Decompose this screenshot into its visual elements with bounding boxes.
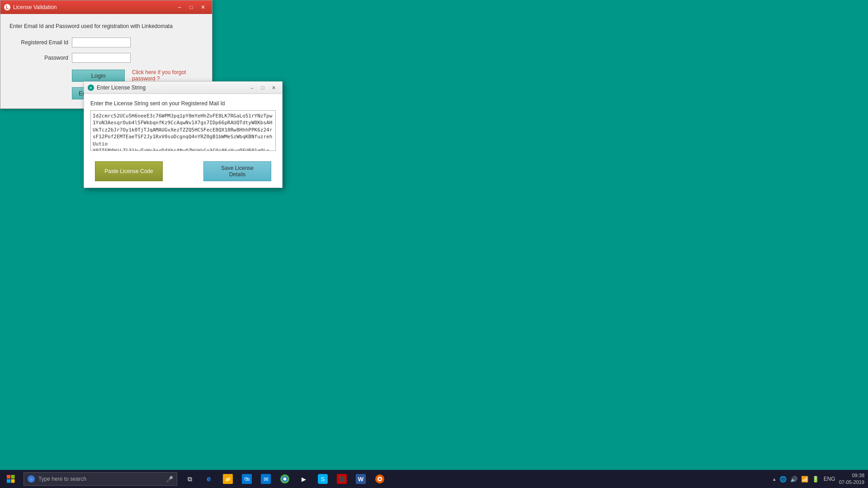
start-button[interactable]	[0, 470, 22, 488]
dialog-icon: e	[88, 84, 94, 91]
battery-icon[interactable]: 🔋	[811, 474, 820, 483]
password-row: Password	[9, 53, 203, 63]
password-input[interactable]	[72, 53, 131, 63]
license-textarea[interactable]: Id2cmrc52UCu5H6neeE3c76WPMJpq1pY0mYeHhZo…	[90, 110, 276, 151]
svg-point-9	[379, 478, 381, 480]
minimize-button[interactable]: –	[174, 3, 185, 11]
email-input[interactable]	[72, 38, 131, 47]
microphone-icon: 🎤	[166, 476, 173, 483]
wifi-icon[interactable]: 📶	[800, 474, 809, 483]
app-icon: L	[4, 4, 10, 10]
email-row: Registered Email Id	[9, 38, 203, 47]
dialog-minimize-button[interactable]: –	[247, 84, 257, 91]
clock-time: 09:38	[839, 472, 864, 479]
dialog-restore-button[interactable]: □	[258, 84, 268, 91]
svg-rect-2	[7, 479, 10, 483]
close-button[interactable]: ✕	[198, 3, 208, 11]
skype-app[interactable]: S	[314, 470, 332, 488]
dialog-title: Enter License String	[97, 84, 146, 91]
email-label: Registered Email Id	[9, 39, 68, 46]
language-indicator: ENG	[824, 476, 835, 482]
store-app[interactable]: 🛍	[238, 470, 256, 488]
taskbar-apps: ⧉ e 📁 🛍 ✉ ▶ S	[181, 470, 389, 488]
tray-icons: ▲ 🌐 🔊 📶 🔋	[772, 474, 820, 483]
login-button[interactable]: Login	[72, 70, 125, 82]
taskbar-right: ▲ 🌐 🔊 📶 🔋 ENG 09:38 07-05-2019	[772, 472, 868, 486]
browser2-app[interactable]	[371, 470, 389, 488]
dialog-description: Enter the License String sent on your Re…	[90, 100, 276, 107]
media-player-app[interactable]: ▶	[295, 470, 313, 488]
tray-expand-button[interactable]: ▲	[772, 477, 777, 482]
clock-date: 07-05-2019	[839, 479, 864, 486]
paste-license-button[interactable]: Paste License Code	[95, 161, 163, 181]
taskbar-clock: 09:38 07-05-2019	[839, 472, 864, 486]
svg-rect-1	[11, 475, 15, 479]
form-actions: Login Click here if you forgot password …	[72, 69, 203, 82]
dialog-title-bar: e Enter License String – □ ✕	[84, 82, 282, 94]
dialog-actions: Paste License Code Save License Details	[90, 161, 276, 181]
explorer-app[interactable]: 📁	[219, 470, 237, 488]
restore-button[interactable]: □	[186, 3, 197, 11]
taskbar: ○ Type here to search 🎤 ⧉ e 📁 🛍 ✉	[0, 470, 868, 488]
mail-app[interactable]: ✉	[257, 470, 275, 488]
main-window-title: License Validation	[13, 4, 57, 10]
search-cortana-icon: ○	[28, 475, 35, 483]
forgot-password-link[interactable]: Click here if you forgot password ?	[132, 69, 203, 82]
word-app[interactable]: W	[352, 470, 370, 488]
license-dialog: e Enter License String – □ ✕ Enter the L…	[84, 81, 283, 188]
taskview-button[interactable]: ⧉	[181, 470, 199, 488]
main-title-bar: L License Validation – □ ✕	[0, 0, 212, 14]
dialog-close-button[interactable]: ✕	[269, 84, 278, 91]
windows-icon	[7, 475, 15, 483]
window-description: Enter Email Id and Password used for reg…	[9, 23, 203, 29]
network-icon[interactable]: 🌐	[778, 474, 788, 483]
edge-app[interactable]: e	[200, 470, 218, 488]
save-license-button[interactable]: Save License Details	[203, 161, 271, 181]
volume-icon[interactable]: 🔊	[789, 474, 798, 483]
svg-rect-3	[11, 479, 15, 483]
app-unknown1[interactable]: ⬛	[333, 470, 351, 488]
dialog-content: Enter the License String sent on your Re…	[84, 94, 282, 188]
svg-rect-0	[7, 475, 10, 479]
password-label: Password	[9, 55, 68, 61]
taskbar-search[interactable]: ○ Type here to search 🎤	[24, 472, 177, 486]
search-placeholder: Type here to search	[38, 476, 162, 482]
chrome-app[interactable]	[276, 470, 294, 488]
